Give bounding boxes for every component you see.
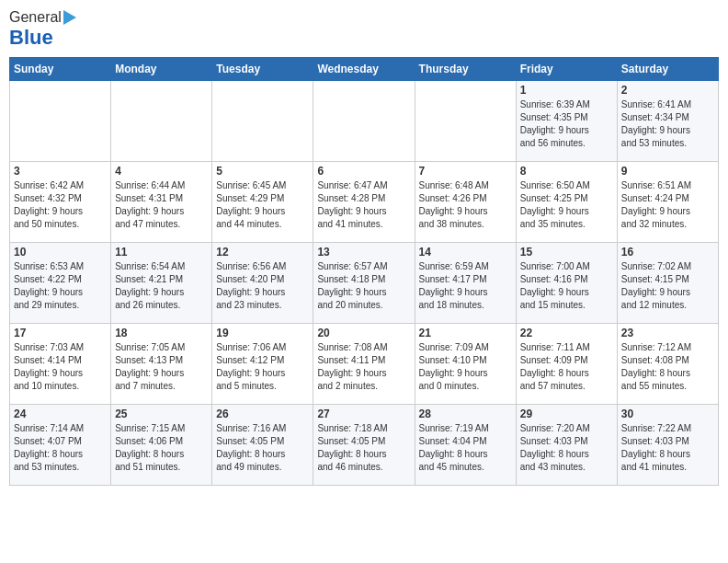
calendar-table: SundayMondayTuesdayWednesdayThursdayFrid… [9, 57, 719, 486]
day-detail: Sunrise: 7:09 AM Sunset: 4:10 PM Dayligh… [419, 341, 512, 393]
calendar-cell [111, 81, 212, 162]
day-detail: Sunrise: 7:02 AM Sunset: 4:15 PM Dayligh… [621, 260, 714, 312]
day-detail: Sunrise: 6:48 AM Sunset: 4:26 PM Dayligh… [419, 179, 512, 231]
calendar-cell: 30Sunrise: 7:22 AM Sunset: 4:03 PM Dayli… [617, 405, 718, 486]
day-number: 29 [520, 408, 613, 420]
day-detail: Sunrise: 6:59 AM Sunset: 4:17 PM Dayligh… [419, 260, 512, 312]
week-row-3: 10Sunrise: 6:53 AM Sunset: 4:22 PM Dayli… [10, 243, 719, 324]
header-day-saturday: Saturday [617, 58, 718, 81]
calendar-cell: 25Sunrise: 7:15 AM Sunset: 4:06 PM Dayli… [111, 405, 212, 486]
week-row-4: 17Sunrise: 7:03 AM Sunset: 4:14 PM Dayli… [10, 324, 719, 405]
calendar-cell: 17Sunrise: 7:03 AM Sunset: 4:14 PM Dayli… [10, 324, 111, 405]
day-detail: Sunrise: 7:19 AM Sunset: 4:04 PM Dayligh… [419, 422, 512, 474]
calendar-cell: 13Sunrise: 6:57 AM Sunset: 4:18 PM Dayli… [313, 243, 415, 324]
day-number: 16 [621, 246, 714, 259]
day-number: 5 [216, 165, 309, 178]
calendar-cell: 23Sunrise: 7:12 AM Sunset: 4:08 PM Dayli… [617, 324, 718, 405]
calendar-cell: 20Sunrise: 7:08 AM Sunset: 4:11 PM Dayli… [313, 324, 415, 405]
header-day-sunday: Sunday [10, 58, 111, 81]
day-number: 4 [115, 165, 208, 178]
calendar-cell [415, 81, 516, 162]
day-number: 28 [419, 408, 512, 420]
calendar-cell: 1Sunrise: 6:39 AM Sunset: 4:35 PM Daylig… [516, 81, 617, 162]
header-day-thursday: Thursday [415, 58, 516, 81]
header-row: SundayMondayTuesdayWednesdayThursdayFrid… [10, 58, 719, 81]
calendar-cell: 21Sunrise: 7:09 AM Sunset: 4:10 PM Dayli… [415, 324, 516, 405]
day-detail: Sunrise: 7:16 AM Sunset: 4:05 PM Dayligh… [216, 422, 309, 474]
calendar-cell: 4Sunrise: 6:44 AM Sunset: 4:31 PM Daylig… [111, 162, 212, 243]
day-detail: Sunrise: 7:12 AM Sunset: 4:08 PM Dayligh… [621, 341, 714, 393]
day-number: 12 [216, 246, 309, 259]
calendar-cell: 18Sunrise: 7:05 AM Sunset: 4:13 PM Dayli… [111, 324, 212, 405]
calendar-cell: 7Sunrise: 6:48 AM Sunset: 4:26 PM Daylig… [415, 162, 516, 243]
day-number: 18 [115, 327, 208, 339]
day-number: 24 [14, 408, 107, 420]
day-number: 19 [216, 327, 309, 339]
day-number: 1 [520, 84, 613, 97]
week-row-1: 1Sunrise: 6:39 AM Sunset: 4:35 PM Daylig… [10, 81, 719, 162]
calendar-cell: 16Sunrise: 7:02 AM Sunset: 4:15 PM Dayli… [617, 243, 718, 324]
logo-arrow-icon [63, 10, 76, 25]
calendar-cell: 11Sunrise: 6:54 AM Sunset: 4:21 PM Dayli… [111, 243, 212, 324]
day-detail: Sunrise: 6:51 AM Sunset: 4:24 PM Dayligh… [621, 179, 714, 231]
day-detail: Sunrise: 7:14 AM Sunset: 4:07 PM Dayligh… [14, 422, 107, 474]
day-detail: Sunrise: 7:00 AM Sunset: 4:16 PM Dayligh… [520, 260, 613, 312]
day-detail: Sunrise: 6:45 AM Sunset: 4:29 PM Dayligh… [216, 179, 309, 231]
day-number: 20 [317, 327, 410, 339]
calendar-cell [10, 81, 111, 162]
calendar-cell: 19Sunrise: 7:06 AM Sunset: 4:12 PM Dayli… [212, 324, 313, 405]
calendar-cell: 6Sunrise: 6:47 AM Sunset: 4:28 PM Daylig… [313, 162, 415, 243]
day-number: 15 [520, 246, 613, 259]
day-detail: Sunrise: 7:08 AM Sunset: 4:11 PM Dayligh… [317, 341, 410, 393]
day-detail: Sunrise: 6:50 AM Sunset: 4:25 PM Dayligh… [520, 179, 613, 231]
day-number: 14 [419, 246, 512, 259]
header-day-friday: Friday [516, 58, 617, 81]
day-number: 8 [520, 165, 613, 178]
calendar-cell: 12Sunrise: 6:56 AM Sunset: 4:20 PM Dayli… [212, 243, 313, 324]
day-number: 3 [14, 165, 107, 178]
week-row-2: 3Sunrise: 6:42 AM Sunset: 4:32 PM Daylig… [10, 162, 719, 243]
day-detail: Sunrise: 6:39 AM Sunset: 4:35 PM Dayligh… [520, 98, 613, 150]
day-number: 27 [317, 408, 410, 420]
day-detail: Sunrise: 6:57 AM Sunset: 4:18 PM Dayligh… [317, 260, 410, 312]
day-number: 23 [621, 327, 714, 339]
day-detail: Sunrise: 7:15 AM Sunset: 4:06 PM Dayligh… [115, 422, 208, 474]
calendar-cell: 22Sunrise: 7:11 AM Sunset: 4:09 PM Dayli… [516, 324, 617, 405]
calendar-cell: 2Sunrise: 6:41 AM Sunset: 4:34 PM Daylig… [617, 81, 718, 162]
day-number: 26 [216, 408, 309, 420]
logo-blue-text: Blue [9, 26, 53, 50]
calendar-cell: 28Sunrise: 7:19 AM Sunset: 4:04 PM Dayli… [415, 405, 516, 486]
calendar-cell [212, 81, 313, 162]
day-detail: Sunrise: 7:11 AM Sunset: 4:09 PM Dayligh… [520, 341, 613, 393]
day-detail: Sunrise: 7:18 AM Sunset: 4:05 PM Dayligh… [317, 422, 410, 474]
day-number: 6 [317, 165, 410, 178]
day-detail: Sunrise: 6:44 AM Sunset: 4:31 PM Dayligh… [115, 179, 208, 231]
calendar-cell: 24Sunrise: 7:14 AM Sunset: 4:07 PM Dayli… [10, 405, 111, 486]
day-number: 10 [14, 246, 107, 259]
page-header: General Blue [9, 9, 719, 50]
day-number: 13 [317, 246, 410, 259]
day-detail: Sunrise: 6:54 AM Sunset: 4:21 PM Dayligh… [115, 260, 208, 312]
calendar-cell: 29Sunrise: 7:20 AM Sunset: 4:03 PM Dayli… [516, 405, 617, 486]
calendar-cell: 15Sunrise: 7:00 AM Sunset: 4:16 PM Dayli… [516, 243, 617, 324]
calendar-cell: 14Sunrise: 6:59 AM Sunset: 4:17 PM Dayli… [415, 243, 516, 324]
day-number: 11 [115, 246, 208, 259]
day-number: 30 [621, 408, 714, 420]
day-detail: Sunrise: 6:42 AM Sunset: 4:32 PM Dayligh… [14, 179, 107, 231]
day-detail: Sunrise: 6:47 AM Sunset: 4:28 PM Dayligh… [317, 179, 410, 231]
calendar-cell: 9Sunrise: 6:51 AM Sunset: 4:24 PM Daylig… [617, 162, 718, 243]
day-detail: Sunrise: 7:05 AM Sunset: 4:13 PM Dayligh… [115, 341, 208, 393]
day-detail: Sunrise: 7:20 AM Sunset: 4:03 PM Dayligh… [520, 422, 613, 474]
calendar-cell: 3Sunrise: 6:42 AM Sunset: 4:32 PM Daylig… [10, 162, 111, 243]
day-detail: Sunrise: 7:22 AM Sunset: 4:03 PM Dayligh… [621, 422, 714, 474]
day-number: 22 [520, 327, 613, 339]
day-number: 21 [419, 327, 512, 339]
day-detail: Sunrise: 6:41 AM Sunset: 4:34 PM Dayligh… [621, 98, 714, 150]
day-number: 17 [14, 327, 107, 339]
calendar-cell: 5Sunrise: 6:45 AM Sunset: 4:29 PM Daylig… [212, 162, 313, 243]
logo: General Blue [9, 9, 76, 50]
day-number: 9 [621, 165, 714, 178]
calendar-cell: 8Sunrise: 6:50 AM Sunset: 4:25 PM Daylig… [516, 162, 617, 243]
logo-general-text: General [9, 9, 62, 26]
header-day-monday: Monday [111, 58, 212, 81]
